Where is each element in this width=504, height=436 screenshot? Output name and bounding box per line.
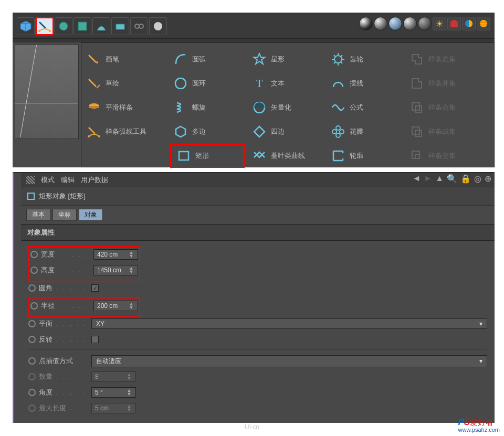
back-icon[interactable]: ◄ (412, 174, 421, 184)
menu-helix[interactable]: 螺旋 (168, 95, 247, 120)
forward-icon[interactable]: ► (424, 174, 432, 184)
menu-vectorize[interactable]: 矢量化 (247, 95, 326, 120)
anim-dot[interactable] (28, 389, 36, 396)
menu-pen[interactable]: 画笔 (81, 47, 168, 71)
menu-bool-union[interactable]: 样条并集 (404, 71, 488, 95)
divider (28, 349, 487, 349)
label: 平滑样条 (106, 103, 133, 112)
tool3[interactable] (55, 17, 72, 35)
sun-button[interactable]: ☀ (433, 17, 446, 30)
tabs: 基本 坐标 对象 (21, 206, 495, 224)
menu-gear[interactable]: 齿轮 (326, 47, 404, 71)
spline-popup: 画笔 草绘 平滑样条 样条弧线工具 圆弧 圆环 螺旋 多边 矩形 星形 T文本 … (81, 42, 495, 167)
menu-diamond[interactable]: 四边 (247, 120, 326, 144)
globe-button[interactable] (477, 17, 490, 30)
anim-dot[interactable] (28, 357, 36, 365)
tool7[interactable] (130, 17, 148, 35)
svg-rect-42 (415, 154, 419, 158)
target-icon[interactable]: ◎ (474, 174, 481, 184)
count-label: 数量 (39, 373, 52, 380)
tab-object[interactable]: 对象 (79, 209, 103, 221)
tool6[interactable] (111, 17, 129, 35)
menu-arc-tool[interactable]: 样条弧线工具 (81, 120, 168, 144)
menu-userdata[interactable]: 用户数据 (81, 175, 108, 185)
height-value: 1450 cm (97, 267, 121, 274)
menu-cissoid[interactable]: 蔓叶类曲线 (247, 144, 326, 168)
menu-rectangle[interactable]: 矩形 (170, 144, 245, 168)
svg-marker-22 (254, 54, 265, 64)
contrast-button[interactable] (462, 17, 476, 30)
nav-icon[interactable]: ▲ (435, 174, 444, 184)
plane-dropdown[interactable]: XY▾ (91, 318, 487, 329)
menu-smooth[interactable]: 平滑样条 (81, 95, 168, 120)
interp-dropdown[interactable]: 自动适应▾ (91, 355, 487, 367)
menu-circle[interactable]: 圆环 (168, 71, 247, 95)
search-icon[interactable]: 🔍 (447, 174, 457, 184)
ball-3[interactable] (388, 17, 402, 30)
menu-cycloid[interactable]: 摆线 (326, 71, 404, 95)
tool5[interactable] (92, 17, 110, 35)
menu-edit[interactable]: 编辑 (61, 175, 75, 185)
svg-marker-24 (254, 126, 265, 137)
maxlen-label: 最大长度 (39, 404, 66, 412)
ball-5[interactable] (418, 17, 432, 30)
tool8[interactable] (149, 17, 167, 35)
menu-profile[interactable]: 轮廓 (326, 144, 404, 168)
highlight-radius: 半径 . . . . . 200 cm▲▼ (28, 297, 140, 317)
cube-button[interactable] (17, 17, 35, 35)
menu-bool-or[interactable]: 样条或集 (404, 120, 488, 144)
menu-star[interactable]: 星形 (247, 47, 326, 71)
label: 公式 (350, 103, 363, 112)
viewport-canvas[interactable] (15, 45, 79, 139)
svg-line-33 (341, 55, 342, 57)
svg-point-36 (336, 133, 340, 137)
menu-arc[interactable]: 圆弧 (168, 47, 247, 71)
ball-2[interactable] (374, 17, 387, 30)
menu-formula[interactable]: 公式 (326, 95, 404, 120)
red-button[interactable] (447, 17, 461, 30)
anim-dot[interactable] (30, 251, 38, 258)
tab-basic[interactable]: 基本 (26, 209, 50, 221)
menu-text[interactable]: T文本 (247, 71, 326, 95)
anim-dot[interactable] (28, 336, 36, 343)
lock-icon[interactable]: 🔒 (460, 174, 471, 184)
menu-sketch[interactable]: 草绘 (81, 71, 168, 95)
menu-bool-intersect[interactable]: 样条交集 (404, 144, 488, 168)
label: 文本 (271, 79, 285, 88)
radius-input[interactable]: 200 cm▲▼ (93, 301, 138, 311)
svg-point-14 (96, 61, 98, 63)
anim-dot[interactable] (30, 302, 38, 310)
angle-input[interactable]: 5 °▲▼ (91, 387, 136, 398)
tab-coord[interactable]: 坐标 (52, 209, 77, 221)
label: 四边 (271, 127, 285, 136)
label: 螺旋 (192, 103, 206, 112)
reverse-checkbox[interactable]: ✓ (91, 336, 99, 343)
object-title: 矩形对象 [矩形] (21, 187, 495, 206)
width-input[interactable]: 420 cm▲▼ (93, 249, 138, 260)
menu-mode[interactable]: 模式 (41, 175, 55, 185)
menu-hexagon[interactable]: 多边 (168, 120, 247, 144)
label: 齿轮 (350, 55, 363, 64)
tool4[interactable] (74, 17, 91, 35)
anim-dot[interactable] (28, 284, 36, 292)
anim-dot[interactable] (30, 267, 38, 274)
popup-col-4: 齿轮 摆线 公式 花瓣 轮廓 (326, 47, 404, 168)
count-value: 8 (95, 373, 99, 380)
row-angle: 角度 . . . . . 5 °▲▼ (28, 386, 487, 399)
panel-grip-icon (26, 176, 35, 184)
panel-icon-bar: ◄ ► ▲ 🔍 🔒 ◎ ⊕ (412, 174, 491, 184)
ball-1[interactable] (359, 17, 373, 30)
label: 样条弧线工具 (106, 127, 146, 136)
menu-flower[interactable]: 花瓣 (326, 120, 404, 144)
anim-dot[interactable] (28, 320, 36, 327)
height-input[interactable]: 1450 cm▲▼ (93, 265, 138, 275)
menu-bool-diff[interactable]: 样条差集 (404, 47, 488, 71)
angle-label: 角度 (39, 388, 52, 396)
round-checkbox[interactable]: ✓ (91, 284, 99, 292)
spline-pen-button[interactable] (36, 17, 54, 35)
label: 星形 (271, 55, 285, 64)
highlight-wh: 宽度 . . . . . 420 cm▲▼ 高度 . . . . . 1450 … (28, 246, 140, 282)
menu-bool-and[interactable]: 样条合集 (404, 95, 488, 120)
new-icon[interactable]: ⊕ (485, 174, 491, 184)
ball-4[interactable] (403, 17, 417, 30)
